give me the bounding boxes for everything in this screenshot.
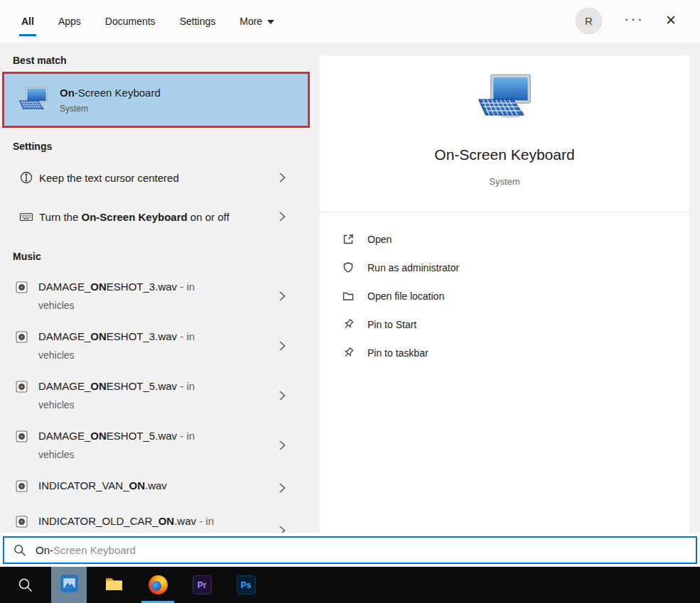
result-title: DAMAGE_ONESHOT_5.wav - in	[38, 429, 320, 443]
preview-pane: On-Screen Keyboard System Open Run as ad…	[320, 55, 689, 533]
search-icon	[14, 544, 26, 557]
chevron-right-icon[interactable]	[279, 390, 286, 401]
result-title: Keep the text cursor centered	[39, 170, 261, 186]
result-title: INDICATOR_OLD_CAR_ON.wav - in	[38, 514, 320, 528]
premiere-pro-icon: Pr	[193, 575, 212, 594]
taskbar-firefox[interactable]	[140, 567, 176, 603]
action-label: Run as administrator	[367, 262, 459, 273]
music-result-item[interactable]: DAMAGE_ONESHOT_3.wav - in vehicles	[0, 271, 320, 321]
tab-more[interactable]: More	[239, 16, 274, 27]
chevron-right-icon[interactable]	[279, 211, 286, 222]
settings-result-item[interactable]: Keep the text cursor centered	[0, 162, 320, 193]
taskbar-file-explorer[interactable]	[96, 567, 131, 603]
admin-shield-icon	[341, 261, 355, 275]
action-pin-to-start[interactable]: Pin to Start	[320, 310, 689, 339]
tab-settings[interactable]: Settings	[180, 16, 216, 27]
audio-file-icon	[16, 331, 28, 343]
result-subtitle: vehicles	[38, 299, 320, 312]
best-match-header: Best match	[13, 55, 66, 66]
music-result-item[interactable]: DAMAGE_ONESHOT_5.wav - in vehicles	[0, 371, 320, 420]
action-label: Open	[367, 234, 392, 245]
music-result-item[interactable]: INDICATOR_VAN_ON.wav	[0, 470, 320, 506]
action-label: Pin to Start	[367, 319, 416, 330]
keyboard-icon	[19, 210, 33, 224]
music-result-item[interactable]: DAMAGE_ONESHOT_5.wav - in vehicles	[0, 420, 320, 470]
settings-result-item[interactable]: Turn the On-Screen Keyboard on or off	[0, 193, 320, 240]
tab-apps[interactable]: Apps	[58, 16, 81, 27]
search-query-text: On-Screen Keyboard	[36, 544, 136, 556]
action-open-file-location[interactable]: Open file location	[320, 282, 689, 310]
music-result-item[interactable]: DAMAGE_ONESHOT_3.wav - in vehicles	[0, 321, 320, 371]
text-cursor-icon	[19, 170, 33, 185]
action-run-as-administrator[interactable]: Run as administrator	[320, 254, 689, 282]
blue-app-icon	[60, 574, 79, 596]
on-screen-keyboard-icon-large	[477, 74, 532, 124]
result-title: INDICATOR_VAN_ON.wav	[38, 479, 320, 493]
file-explorer-icon	[104, 574, 124, 596]
user-avatar[interactable]: R	[576, 8, 602, 34]
annotation-red-box: On-Screen Keyboard System	[2, 72, 310, 128]
audio-file-icon	[16, 480, 28, 492]
action-label: Pin to taskbar	[367, 347, 429, 359]
pin-icon	[341, 346, 355, 360]
taskbar-app-blue[interactable]	[51, 567, 87, 603]
divider	[320, 212, 689, 212]
best-match-type: System	[60, 104, 161, 114]
taskbar: Pr Ps	[0, 567, 700, 603]
chevron-right-icon[interactable]	[279, 440, 286, 451]
result-title: DAMAGE_ONESHOT_3.wav - in	[38, 280, 320, 294]
search-tab-bar: All Apps Documents Settings More R ··· ✕	[0, 0, 700, 43]
result-title: Turn the On-Screen Keyboard on or off	[39, 209, 261, 225]
preview-subtitle: System	[320, 176, 689, 187]
result-title: DAMAGE_ONESHOT_3.wav - in	[38, 330, 320, 344]
settings-section-header: Settings	[13, 141, 52, 152]
action-label: Open file location	[367, 290, 444, 302]
search-input[interactable]: On-Screen Keyboard	[3, 536, 697, 564]
result-subtitle: vehicles	[38, 398, 320, 411]
chevron-right-icon[interactable]	[279, 172, 286, 183]
firefox-icon	[149, 575, 168, 594]
audio-file-icon	[16, 430, 28, 442]
pin-icon	[341, 317, 355, 332]
audio-file-icon	[16, 281, 28, 293]
action-list: Open Run as administrator Open file loca…	[320, 225, 689, 367]
close-button[interactable]: ✕	[661, 12, 681, 28]
results-list: Best match	[0, 43, 320, 533]
folder-icon	[341, 289, 355, 303]
audio-file-icon	[16, 381, 28, 393]
best-match-title: On-Screen Keyboard	[60, 87, 161, 99]
search-results-panel: Best match	[0, 43, 700, 533]
best-match-result[interactable]: On-Screen Keyboard System	[4, 74, 308, 126]
chevron-right-icon[interactable]	[279, 340, 286, 352]
chevron-right-icon[interactable]	[279, 290, 286, 302]
taskbar-photoshop[interactable]: Ps	[228, 567, 264, 603]
taskbar-premiere[interactable]: Pr	[184, 567, 220, 603]
music-result-item[interactable]: INDICATOR_OLD_CAR_ON.wav - in vehicles	[0, 506, 320, 533]
taskbar-search-button[interactable]	[0, 567, 51, 603]
more-options-button[interactable]: ···	[623, 10, 645, 28]
tab-documents[interactable]: Documents	[105, 16, 156, 27]
windows-search-flyout: All Apps Documents Settings More R ··· ✕…	[0, 0, 700, 603]
audio-file-icon	[16, 516, 28, 528]
chevron-right-icon[interactable]	[279, 482, 286, 494]
chevron-down-icon	[267, 20, 274, 24]
action-open[interactable]: Open	[320, 225, 689, 254]
result-title: DAMAGE_ONESHOT_5.wav - in	[38, 379, 320, 393]
result-subtitle: vehicles	[38, 349, 320, 362]
action-pin-to-taskbar[interactable]: Pin to taskbar	[320, 339, 689, 367]
photoshop-icon: Ps	[237, 575, 256, 594]
music-section-header: Music	[13, 251, 41, 262]
chevron-right-icon[interactable]	[279, 525, 286, 533]
on-screen-keyboard-icon	[18, 86, 48, 114]
result-subtitle: vehicles	[38, 448, 320, 461]
tab-all[interactable]: All	[21, 16, 34, 27]
open-icon	[341, 232, 355, 246]
preview-title: On-Screen Keyboard	[320, 146, 689, 163]
tab-more-label: More	[239, 16, 262, 27]
